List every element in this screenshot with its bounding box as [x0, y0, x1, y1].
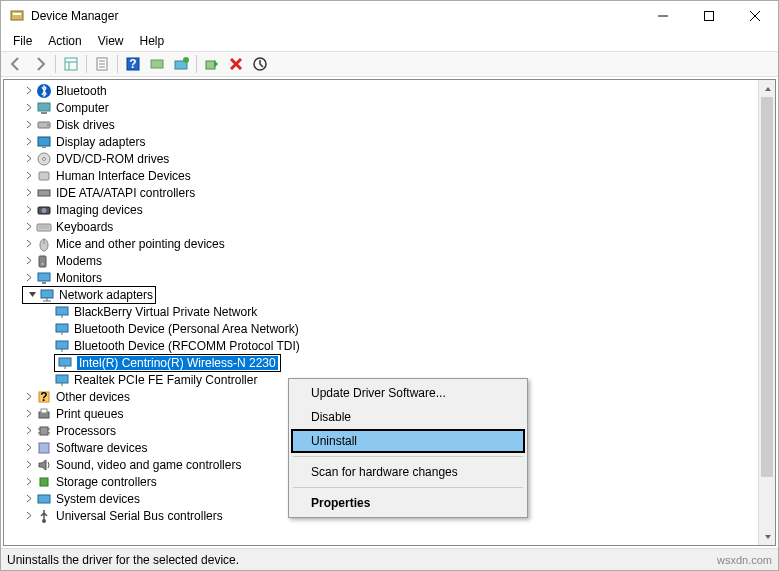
tree-item-display[interactable]: Display adapters [6, 133, 756, 150]
chevron-right-icon[interactable] [22, 101, 36, 115]
chevron-right-icon[interactable] [22, 458, 36, 472]
menu-separator [293, 487, 523, 488]
tree-item-keyboards[interactable]: Keyboards [6, 218, 756, 235]
tree-label: Network adapters [59, 288, 153, 302]
ctx-disable[interactable]: Disable [291, 405, 525, 429]
chevron-right-icon[interactable] [22, 135, 36, 149]
chevron-right-icon[interactable] [22, 424, 36, 438]
scroll-up-button[interactable] [759, 80, 776, 97]
menu-file[interactable]: File [5, 32, 40, 50]
menu-help[interactable]: Help [132, 32, 173, 50]
chevron-right-icon[interactable] [22, 169, 36, 183]
chevron-right-icon[interactable] [22, 152, 36, 166]
svg-rect-18 [206, 61, 215, 69]
tree-item-network-adapters[interactable]: Network adapters [6, 286, 756, 303]
chevron-down-icon[interactable] [25, 288, 39, 302]
ctx-uninstall[interactable]: Uninstall [291, 429, 525, 453]
keyboard-icon [36, 219, 52, 235]
tree-item-bluetooth[interactable]: Bluetooth [6, 82, 756, 99]
svg-point-67 [42, 519, 46, 523]
software-icon [36, 440, 52, 456]
imaging-icon [36, 202, 52, 218]
chevron-right-icon[interactable] [22, 390, 36, 404]
ctx-update-driver[interactable]: Update Driver Software... [291, 381, 525, 405]
back-button[interactable] [5, 53, 27, 75]
tree-label: System devices [56, 492, 140, 506]
tree-child-item[interactable]: Bluetooth Device (Personal Area Network) [6, 320, 756, 337]
svg-rect-49 [56, 341, 68, 349]
scan-button[interactable] [146, 53, 168, 75]
properties-button[interactable] [91, 53, 113, 75]
scroll-down-button[interactable] [759, 528, 776, 545]
context-menu: Update Driver Software... Disable Uninst… [288, 378, 528, 518]
enable-button[interactable] [201, 53, 223, 75]
scroll-thumb[interactable] [761, 97, 773, 477]
chevron-right-icon[interactable] [22, 84, 36, 98]
chevron-right-icon[interactable] [22, 186, 36, 200]
svg-point-24 [47, 124, 49, 126]
svg-text:?: ? [129, 57, 136, 71]
forward-button[interactable] [29, 53, 51, 75]
chevron-right-icon[interactable] [22, 475, 36, 489]
svg-rect-66 [38, 495, 50, 503]
network-adapter-icon [57, 355, 73, 371]
minimize-button[interactable] [640, 1, 686, 31]
close-button[interactable] [732, 1, 778, 31]
tree-item-computer[interactable]: Computer [6, 99, 756, 116]
network-adapter-icon [54, 372, 70, 388]
chevron-right-icon[interactable] [22, 441, 36, 455]
chevron-right-icon[interactable] [22, 237, 36, 251]
uninstall-button[interactable] [225, 53, 247, 75]
chevron-right-icon[interactable] [22, 203, 36, 217]
show-hide-button[interactable] [60, 53, 82, 75]
tree-label: Sound, video and game controllers [56, 458, 241, 472]
system-icon [36, 491, 52, 507]
tree-label: Universal Serial Bus controllers [56, 509, 223, 523]
tree-item-dvd[interactable]: DVD/CD-ROM drives [6, 150, 756, 167]
tree-label: Bluetooth Device (RFCOMM Protocol TDI) [74, 339, 300, 353]
tree-label: Imaging devices [56, 203, 143, 217]
svg-rect-29 [39, 172, 49, 180]
menu-action[interactable]: Action [40, 32, 89, 50]
ctx-scan-hardware[interactable]: Scan for hardware changes [291, 460, 525, 484]
chevron-right-icon[interactable] [22, 492, 36, 506]
chevron-right-icon[interactable] [22, 407, 36, 421]
svg-rect-6 [65, 58, 77, 70]
tree-item-mice[interactable]: Mice and other pointing devices [6, 235, 756, 252]
computer-icon [36, 100, 52, 116]
tree-item-ide[interactable]: IDE ATA/ATAPI controllers [6, 184, 756, 201]
tree-label: Realtek PCIe FE Family Controller [74, 373, 257, 387]
tree-item-monitors[interactable]: Monitors [6, 269, 756, 286]
tree-item-imaging[interactable]: Imaging devices [6, 201, 756, 218]
network-adapter-icon [54, 338, 70, 354]
tree-item-disk[interactable]: Disk drives [6, 116, 756, 133]
speaker-icon [36, 457, 52, 473]
cpu-icon [36, 423, 52, 439]
chevron-right-icon[interactable] [22, 118, 36, 132]
disk-icon [36, 117, 52, 133]
tree-child-item-selected[interactable]: Intel(R) Centrino(R) Wireless-N 2230 [6, 354, 756, 371]
svg-rect-47 [56, 324, 68, 332]
vertical-scrollbar[interactable] [758, 80, 775, 545]
tree-item-hid[interactable]: Human Interface Devices [6, 167, 756, 184]
maximize-button[interactable] [686, 1, 732, 31]
svg-rect-25 [38, 137, 50, 146]
update-button[interactable] [170, 53, 192, 75]
tree-child-item[interactable]: Bluetooth Device (RFCOMM Protocol TDI) [6, 337, 756, 354]
scan-hardware-button[interactable] [249, 53, 271, 75]
tree-item-modems[interactable]: Modems [6, 252, 756, 269]
svg-rect-59 [40, 427, 48, 435]
tree-label: Processors [56, 424, 116, 438]
ctx-properties[interactable]: Properties [291, 491, 525, 515]
chevron-right-icon[interactable] [22, 271, 36, 285]
chevron-right-icon[interactable] [22, 509, 36, 523]
chevron-right-icon[interactable] [22, 254, 36, 268]
svg-point-28 [43, 157, 46, 160]
menu-view[interactable]: View [90, 32, 132, 50]
chevron-right-icon[interactable] [22, 220, 36, 234]
tree-label: Keyboards [56, 220, 113, 234]
help-button[interactable]: ? [122, 53, 144, 75]
tree-label: Mice and other pointing devices [56, 237, 225, 251]
tree-child-item[interactable]: BlackBerry Virtual Private Network [6, 303, 756, 320]
svg-text:?: ? [40, 390, 47, 404]
